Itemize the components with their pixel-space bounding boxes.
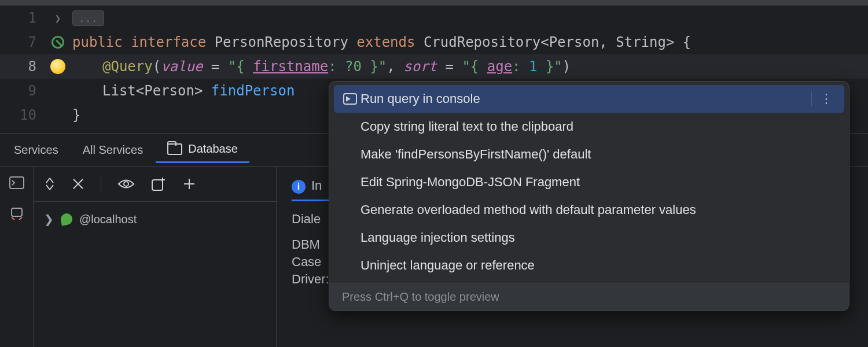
datasource-label: @localhost (79, 213, 137, 226)
menu-item-label: Make 'findPersonsByFirstName()' default (361, 147, 591, 162)
datasource-node[interactable]: ❯ @localhost (34, 205, 276, 233)
type-name: CrudRepository (424, 34, 540, 50)
line-number: 9 (0, 83, 43, 99)
intention-uninject[interactable]: Uninject language or reference (329, 252, 849, 279)
sort-icon[interactable] (44, 177, 56, 191)
menu-item-label: Generate overloaded method with default … (361, 202, 696, 217)
close-icon[interactable] (72, 178, 84, 190)
type-param: String (616, 34, 666, 50)
expand-chevron-icon[interactable]: ❯ (44, 212, 54, 226)
number-literal: 1 (529, 58, 537, 75)
intention-copy-literal[interactable]: Copy string literal text to the clipboar… (329, 113, 849, 141)
intention-make-default[interactable]: Make 'findPersonsByFirstName()' default (329, 141, 849, 168)
code-line-1[interactable]: 1 ❯ ... (0, 6, 868, 30)
left-tool-rail (0, 167, 34, 347)
mongodb-icon (60, 212, 73, 226)
intention-generate-overload[interactable]: Generate overloaded method with default … (329, 196, 849, 224)
type-param: Person (549, 34, 599, 50)
new-session-icon[interactable] (151, 176, 166, 191)
brace: } (72, 107, 80, 123)
add-icon[interactable] (182, 177, 196, 191)
services-tree-toolbar (34, 171, 276, 202)
annotation: @Query (102, 58, 153, 75)
menu-item-label: Edit Spring-MongoDB-JSON Fragment (361, 175, 580, 190)
popup-footer-hint: Press Ctrl+Q to toggle preview (329, 283, 849, 311)
line-number: 8 (0, 58, 43, 75)
folded-region[interactable]: ... (72, 10, 104, 26)
datasource-icon[interactable] (10, 206, 24, 220)
string-literal: : ?0 }" (328, 58, 387, 75)
keyword: public (72, 34, 123, 50)
code-line-8[interactable]: 8 @Query(value = "{ firstname: ?0 }", so… (0, 54, 868, 79)
line-number: 10 (0, 107, 43, 123)
line-number: 1 (0, 10, 43, 26)
injected-field[interactable]: firstname (253, 58, 328, 75)
tab-all-services[interactable]: All Services (71, 138, 155, 163)
tab-database[interactable]: Database (156, 136, 249, 163)
tab-label: Database (188, 142, 238, 156)
menu-item-label: Copy string literal text to the clipboar… (361, 119, 573, 134)
info-tab-label[interactable]: In (311, 178, 322, 193)
svg-point-2 (124, 182, 128, 186)
menu-item-label: Language injection settings (361, 230, 515, 245)
eye-icon[interactable] (117, 178, 135, 190)
info-icon: i (292, 180, 306, 194)
svg-rect-1 (12, 208, 22, 216)
intention-injection-settings[interactable]: Language injection settings (329, 224, 849, 252)
keyword: extends (356, 34, 415, 50)
intention-actions-popup: Run query in console ⋮ Copy string liter… (329, 81, 849, 311)
injected-field[interactable]: age (487, 58, 512, 75)
services-tree: ❯ @localhost (34, 167, 277, 347)
type-name: List (102, 83, 136, 99)
window-top-bar (0, 0, 868, 6)
svg-rect-0 (10, 177, 24, 189)
console-icon[interactable] (9, 176, 25, 190)
type-param: Person (144, 83, 194, 99)
code-line-7[interactable]: 7 public interface PersonRepository exte… (0, 30, 868, 54)
intention-edit-fragment[interactable]: Edit Spring-MongoDB-JSON Fragment (329, 168, 849, 196)
services-title[interactable]: Services (2, 138, 70, 163)
keyword: interface (131, 34, 206, 50)
menu-item-label: Uninject language or reference (361, 258, 535, 273)
folder-icon (167, 143, 182, 155)
intention-bulb-icon[interactable] (50, 59, 65, 74)
driver-row-label: Driver (292, 272, 326, 286)
more-actions-icon[interactable]: ⋮ (811, 91, 834, 106)
fold-chevron-icon[interactable]: ❯ (55, 12, 61, 24)
type-name: PersonRepository (215, 34, 348, 50)
string-literal: "{ (228, 58, 253, 75)
line-number: 7 (0, 34, 43, 50)
method-name: findPerson (211, 83, 295, 99)
string-literal: "{ (462, 58, 487, 75)
run-console-icon (343, 93, 357, 105)
param-name: value (161, 58, 203, 75)
svg-rect-3 (152, 180, 163, 190)
intention-run-query[interactable]: Run query in console ⋮ (334, 85, 844, 113)
no-entry-gutter-icon[interactable] (52, 36, 64, 49)
param-name: sort (403, 58, 437, 75)
menu-item-label: Run query in console (361, 91, 480, 106)
string-literal: : (512, 58, 529, 75)
string-literal: }" (537, 58, 562, 75)
